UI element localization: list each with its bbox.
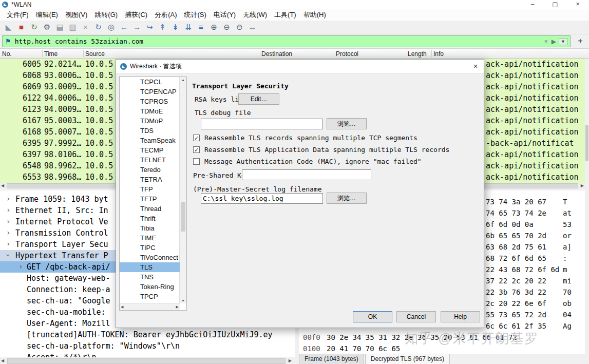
protocol-item-time[interactable]: TIME bbox=[120, 233, 180, 243]
cancel-button[interactable]: Cancel bbox=[396, 311, 436, 322]
pre-shared-key-input[interactable] bbox=[242, 169, 371, 180]
expand-icon[interactable]: › bbox=[18, 262, 23, 271]
protocol-item-thread[interactable]: Thread bbox=[120, 204, 180, 214]
scroll-down-icon[interactable]: ▼ bbox=[181, 299, 185, 302]
protocol-item-tfp[interactable]: TFP bbox=[120, 184, 180, 194]
protocol-item-teamspeak[interactable]: TeamSpeak bbox=[120, 136, 180, 145]
scroll-left-icon[interactable]: ◀ bbox=[1, 183, 4, 188]
scroll-right-icon[interactable]: ▶ bbox=[176, 305, 179, 309]
scroll-up-icon[interactable]: ▲ bbox=[181, 78, 185, 82]
protocol-item-tcpcl[interactable]: TCPCL bbox=[120, 77, 180, 87]
colorize-icon[interactable]: ≡ bbox=[195, 21, 207, 33]
zoom-out-icon[interactable]: ⊖ bbox=[220, 21, 233, 33]
protocol-item-tecmp[interactable]: TECMP bbox=[120, 145, 180, 155]
column-separator[interactable] bbox=[83, 50, 84, 57]
column-separator[interactable] bbox=[42, 50, 43, 57]
minimize-icon[interactable]: – bbox=[521, 0, 544, 9]
protocol-item-tcpros[interactable]: TCPROS bbox=[120, 97, 180, 106]
menu-item[interactable]: 电话(Y) bbox=[210, 9, 239, 21]
restart-capture-icon[interactable]: ↻ bbox=[28, 21, 41, 33]
go-to-packet-icon[interactable]: ↪ bbox=[143, 21, 156, 33]
window-close-icon[interactable]: × bbox=[566, 0, 589, 9]
ok-button[interactable]: OK bbox=[353, 311, 392, 322]
expand-icon[interactable]: › bbox=[6, 195, 10, 203]
protocol-item-tdmoe[interactable]: TDMoE bbox=[120, 106, 180, 116]
protocol-item-tftp[interactable]: TFTP bbox=[120, 194, 180, 204]
expand-icon[interactable]: › bbox=[6, 240, 10, 248]
menu-item[interactable]: 跳转(G) bbox=[91, 9, 121, 21]
protocol-item-tpcp[interactable]: TPCP bbox=[120, 292, 180, 301]
column-header-destination[interactable]: Destination bbox=[261, 50, 292, 58]
column-header-no[interactable]: No. bbox=[2, 50, 12, 58]
column-header-time[interactable]: Time bbox=[44, 50, 58, 58]
protocol-item-tdmop[interactable]: TDMoP bbox=[120, 116, 180, 126]
resize-columns-icon[interactable]: ↔ bbox=[246, 21, 259, 33]
protocol-item-telnet[interactable]: TELNET bbox=[120, 155, 180, 165]
scroll-right-icon[interactable]: ▶ bbox=[289, 358, 292, 363]
auto-scroll-icon[interactable]: ⇊ bbox=[182, 21, 195, 33]
scroll-left-icon[interactable]: ◀ bbox=[1, 358, 4, 363]
reload-file-icon[interactable]: ↻ bbox=[92, 21, 105, 33]
protocol-item-tipc[interactable]: TIPC bbox=[120, 243, 180, 253]
protocol-item-tns[interactable]: TNS bbox=[120, 272, 180, 282]
menu-item[interactable]: 编辑(E) bbox=[32, 9, 62, 21]
menu-item[interactable]: 帮助(H) bbox=[300, 9, 330, 21]
tls-debug-file-input[interactable] bbox=[201, 119, 323, 129]
expand-icon[interactable]: › bbox=[6, 217, 10, 225]
protocol-item-tls[interactable]: TLS bbox=[120, 262, 180, 272]
menu-item[interactable]: 捕获(C) bbox=[121, 9, 151, 21]
column-header-source[interactable]: Source bbox=[85, 50, 105, 58]
protocol-item-tivoconnect[interactable]: TiVoConnect bbox=[120, 253, 180, 262]
column-header-protocol[interactable]: Protocol bbox=[336, 50, 358, 58]
scrollbar-thumb[interactable] bbox=[181, 202, 185, 232]
checkbox-checked[interactable]: ✓ bbox=[193, 135, 200, 141]
go-last-packet-icon[interactable]: ↡ bbox=[169, 21, 182, 33]
menu-item[interactable]: 工具(T) bbox=[271, 9, 300, 21]
capture-options-icon[interactable]: ⚙ bbox=[41, 21, 53, 33]
edit-rsa-keys-button[interactable]: Edit… bbox=[238, 93, 279, 105]
close-file-icon[interactable]: × bbox=[79, 21, 92, 33]
details-row[interactable]: sec-ch-ua-platform: "Windows"\r\n bbox=[0, 340, 295, 352]
go-first-packet-icon[interactable]: ↟ bbox=[156, 21, 169, 33]
menu-item[interactable]: 文件(F) bbox=[3, 9, 32, 21]
stop-capture-icon[interactable]: ■ bbox=[15, 21, 28, 33]
column-header-length[interactable]: Length bbox=[408, 50, 427, 58]
protocol-item-tibia[interactable]: Tibia bbox=[120, 223, 180, 233]
menu-item[interactable]: 视图(V) bbox=[62, 9, 91, 21]
details-row[interactable]: [truncated]AUTH-TOKEN: Bearer eyJhbGciOi… bbox=[0, 329, 295, 340]
expand-icon[interactable]: › bbox=[6, 228, 10, 237]
bookmark-icon[interactable]: ⚑ bbox=[5, 37, 11, 45]
scrollbar-thumb[interactable] bbox=[7, 358, 286, 364]
expand-icon[interactable]: › bbox=[6, 206, 10, 214]
go-forward-icon[interactable]: → bbox=[130, 21, 143, 33]
add-filter-button[interactable]: + bbox=[574, 36, 587, 47]
column-separator[interactable] bbox=[431, 50, 432, 57]
column-separator[interactable] bbox=[334, 50, 334, 57]
apply-filter-icon[interactable]: ▶ bbox=[552, 38, 556, 45]
browse-debug-file-button[interactable]: 浏览… bbox=[327, 118, 367, 129]
menu-item[interactable]: 分析(A) bbox=[151, 9, 180, 21]
protocol-item-tetra[interactable]: TETRA bbox=[120, 175, 180, 184]
browse-keylog-file-button[interactable]: 浏览… bbox=[327, 193, 367, 204]
master-secret-log-input[interactable] bbox=[201, 193, 323, 204]
start-capture-icon[interactable]: ◣ bbox=[2, 21, 15, 33]
column-separator[interactable] bbox=[407, 50, 407, 57]
protocol-item-tds[interactable]: TDS bbox=[120, 126, 180, 136]
details-hscrollbar[interactable]: ◀ ▶ bbox=[0, 357, 293, 364]
display-filter-input[interactable]: ⚑ http.host contains 53zaixian.com × ▶ ▼ bbox=[2, 35, 571, 47]
checkbox-unchecked[interactable] bbox=[193, 158, 200, 165]
clear-filter-icon[interactable]: × bbox=[544, 38, 548, 45]
menu-item[interactable]: 无线(W) bbox=[239, 9, 271, 21]
dialog-close-icon[interactable]: × bbox=[467, 62, 484, 70]
protocol-item-teredo[interactable]: Teredo bbox=[120, 165, 180, 175]
save-file-icon[interactable]: ▥ bbox=[66, 21, 79, 33]
protocol-item-thrift[interactable]: Thrift bbox=[120, 214, 180, 223]
zoom-reset-icon[interactable]: ⊜ bbox=[233, 21, 246, 33]
go-back-icon[interactable]: ← bbox=[118, 21, 130, 33]
details-row[interactable]: Accept: */*\r\n bbox=[0, 352, 295, 357]
filter-dropdown-icon[interactable]: ▼ bbox=[559, 38, 567, 45]
menu-item[interactable]: 统计(S) bbox=[180, 9, 210, 21]
column-separator[interactable] bbox=[260, 50, 260, 57]
bytes-tab[interactable]: Frame (1043 bytes) bbox=[299, 354, 364, 364]
protocol-list-vscrollbar[interactable]: ▲ ▼ bbox=[179, 77, 186, 303]
